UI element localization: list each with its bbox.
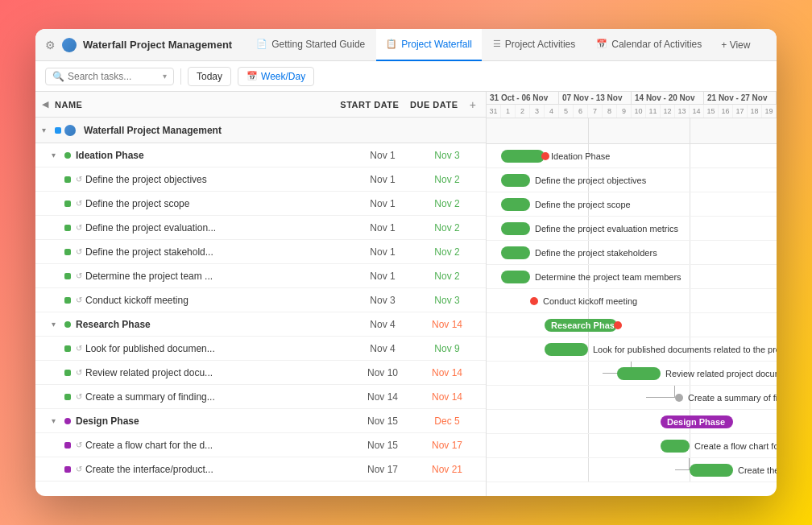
task-name: Define the project scope xyxy=(85,198,350,209)
gantt-day: 2 xyxy=(516,105,530,118)
due-date: Nov 2 xyxy=(415,222,479,234)
gantt-bar[interactable] xyxy=(661,440,690,453)
gantt-bar[interactable] xyxy=(501,198,530,211)
table-row[interactable]: ↺ Create the interface/product... Nov 17… xyxy=(35,457,486,482)
tab-calendar[interactable]: 📅 Calendar of Activities xyxy=(586,29,711,61)
gantt-bar-label: Create a flow chart for the... xyxy=(694,434,777,458)
gantt-bar[interactable] xyxy=(617,367,661,380)
expand-icon[interactable]: ▾ xyxy=(52,416,61,425)
today-button[interactable]: Today xyxy=(188,67,231,86)
project-logo xyxy=(64,125,76,136)
gantt-bar-design[interactable]: Design Phase xyxy=(661,415,733,428)
gantt-connector xyxy=(675,458,690,470)
add-column-button[interactable]: + xyxy=(466,98,479,111)
gantt-day: 16 xyxy=(719,105,733,118)
search-input[interactable] xyxy=(68,71,148,82)
task-list: ▾ Waterfall Project Management ▾ Ideatio… xyxy=(35,118,486,496)
settings-icon[interactable]: ⚙ xyxy=(45,39,56,52)
gantt-bar-label: Define the project evaluation metrics xyxy=(535,217,678,241)
gantt-bar[interactable] xyxy=(545,343,588,356)
table-row[interactable]: ↺ Determine the project team ... Nov 1 N… xyxy=(35,264,486,288)
table-row[interactable]: ▾ Design Phase Nov 15 Dec 5 xyxy=(35,409,486,433)
expand-icon[interactable]: ▾ xyxy=(52,151,61,159)
table-row[interactable]: ↺ Review related project docu... Nov 10 … xyxy=(35,361,486,385)
table-row[interactable]: ↺ Define the project stakehold... Nov 1 … xyxy=(35,240,486,264)
gantt-bar-label: Look for published documents related to … xyxy=(593,337,777,362)
due-date: Dec 5 xyxy=(415,415,479,427)
task-square xyxy=(64,249,71,255)
gantt-row: Create the inter... xyxy=(487,458,777,482)
col-name-header: NAME xyxy=(55,100,338,110)
app-window: ⚙ Waterfall Project Management 📄 Getting… xyxy=(35,29,777,496)
gantt-bar[interactable] xyxy=(501,246,530,259)
col-due-header: Due Date xyxy=(402,100,466,110)
gantt-bar[interactable] xyxy=(501,174,530,187)
gantt-bar-label: Create a summary of findings from the r.… xyxy=(688,386,777,410)
task-name: Define the project stakehold... xyxy=(85,246,350,258)
expand-icon[interactable]: ▾ xyxy=(52,320,61,329)
task-name: Define the project objectives xyxy=(85,174,350,185)
add-view-button[interactable]: + View xyxy=(713,29,758,61)
task-square xyxy=(55,127,61,134)
table-row[interactable]: ↺ Define the project evaluation... Nov 1… xyxy=(35,216,486,240)
subtask-icon: ↺ xyxy=(76,271,82,280)
grid-icon: ☰ xyxy=(493,39,501,49)
task-name: Create a summary of finding... xyxy=(85,391,350,403)
start-date: Nov 14 xyxy=(350,391,415,403)
calendar-icon: 📅 xyxy=(596,39,607,49)
gantt-bar-label: Review related project documents found..… xyxy=(665,362,777,386)
gantt-week: 14 Nov - 20 Nov xyxy=(632,92,704,104)
gantt-bar[interactable] xyxy=(501,222,530,235)
tab-bar-left: ⚙ Waterfall Project Management xyxy=(45,38,232,52)
due-date: Nov 14 xyxy=(415,319,479,330)
tab-getting-started[interactable]: 📄 Getting Started Guide xyxy=(246,29,375,61)
task-name: Determine the project team ... xyxy=(85,271,350,282)
task-name: Ideation Phase xyxy=(76,150,350,161)
gantt-milestone xyxy=(530,297,538,305)
gantt-bar[interactable] xyxy=(501,271,530,283)
collapse-icon[interactable]: ◀ xyxy=(42,99,48,110)
table-row[interactable]: ↺ Create a summary of finding... Nov 14 … xyxy=(35,385,486,409)
table-row[interactable]: ▾ Waterfall Project Management xyxy=(35,118,486,143)
gantt-bar-label: Define the project stakeholders xyxy=(535,241,657,265)
table-row[interactable]: ↺ Create a flow chart for the d... Nov 1… xyxy=(35,433,486,457)
task-square xyxy=(64,176,71,183)
gantt-day: 6 xyxy=(574,105,588,118)
task-name: Review related project docu... xyxy=(85,367,350,378)
gantt-header: 31 Oct - 06 Nov 07 Nov - 13 Nov 14 Nov -… xyxy=(487,92,777,118)
gantt-row: Determine the project team members xyxy=(487,265,777,289)
chevron-down-icon: ▾ xyxy=(163,72,167,81)
gantt-row: Conduct kickoff meeting xyxy=(487,289,777,313)
task-square xyxy=(64,370,71,376)
start-date: Nov 15 xyxy=(350,440,415,451)
gantt-rows: Ideation Phase Define the project object… xyxy=(487,118,777,482)
gantt-row: Define the project evaluation metrics xyxy=(487,217,777,241)
start-date: Nov 1 xyxy=(350,222,415,234)
table-row[interactable]: ▾ Research Phase Nov 4 Nov 14 xyxy=(35,312,486,337)
subtask-icon: ↺ xyxy=(76,440,82,449)
due-date: Nov 3 xyxy=(415,150,479,161)
gantt-day: 14 xyxy=(690,105,704,118)
table-row[interactable]: ▾ Ideation Phase Nov 1 Nov 3 xyxy=(35,143,486,167)
gantt-bar-ideation[interactable] xyxy=(501,150,545,163)
task-square xyxy=(64,273,71,279)
search-box[interactable]: 🔍 ▾ xyxy=(45,68,174,85)
task-square xyxy=(64,225,71,231)
tab-project-waterfall[interactable]: 📋 Project Waterfall xyxy=(376,29,482,61)
table-row[interactable]: ↺ Look for published documen... Nov 4 No… xyxy=(35,337,486,361)
expand-icon[interactable]: ▾ xyxy=(42,126,52,134)
due-date: Nov 9 xyxy=(415,343,479,354)
gantt-day: 15 xyxy=(704,105,719,118)
table-row[interactable]: ↺ Conduct kickoff meeting Nov 3 Nov 3 xyxy=(35,288,486,312)
gantt-row xyxy=(487,118,777,144)
col-start-header: Start Date xyxy=(338,100,402,110)
table-row[interactable]: ↺ Define the project objectives Nov 1 No… xyxy=(35,167,486,192)
gantt-row: Create a summary of findings from the r.… xyxy=(487,386,777,410)
gantt-bar-research[interactable]: Research Phase xyxy=(545,319,617,332)
tab-project-activities[interactable]: ☰ Project Activities xyxy=(483,29,585,61)
gantt-bar[interactable] xyxy=(690,464,733,477)
subtask-icon: ↺ xyxy=(76,368,82,377)
table-row[interactable]: ↺ Define the project scope Nov 1 Nov 2 xyxy=(35,192,486,216)
week-day-button[interactable]: 📅 Week/Day xyxy=(238,67,314,86)
gantt-day: 31 xyxy=(487,105,501,118)
